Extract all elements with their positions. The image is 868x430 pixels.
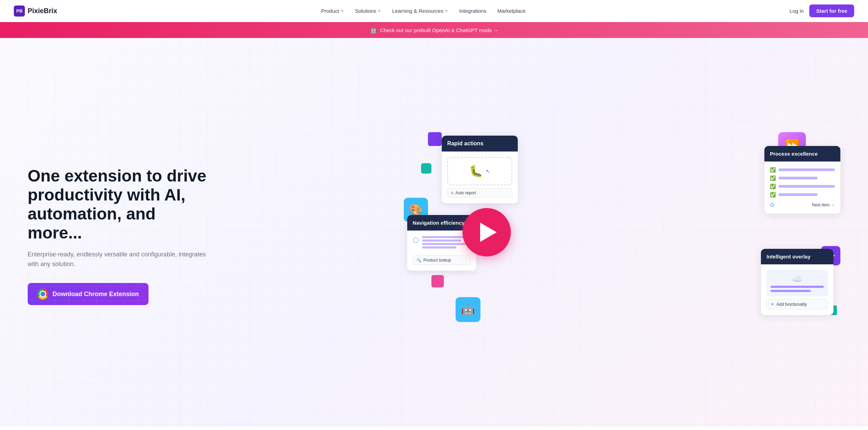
overlay-line xyxy=(771,290,811,292)
logo-link[interactable]: PB PixieBrix xyxy=(14,6,57,17)
nav-line xyxy=(422,243,466,245)
rapid-actions-title: Rapid actions xyxy=(442,136,518,152)
auto-report-tag: A Auto report xyxy=(447,188,512,198)
robot-icon: 🤖 xyxy=(461,303,475,316)
banner-icon: 🤖 xyxy=(370,26,377,34)
login-button[interactable]: Log in xyxy=(790,8,804,14)
plus-icon: ＋ xyxy=(770,301,774,307)
check-line xyxy=(779,185,835,188)
start-free-button[interactable]: Start for free xyxy=(809,4,854,17)
nav-line xyxy=(422,240,461,242)
hero-subtitle: Enterprise-ready, endlessly versatile an… xyxy=(28,250,207,270)
download-chrome-button[interactable]: Download Chrome Extension xyxy=(28,283,149,305)
chrome-icon xyxy=(37,289,48,300)
hero-section: One extension to drive productivity with… xyxy=(0,38,868,427)
next-item-row: ⊙ Next item → xyxy=(770,202,835,208)
check-icon: ✅ xyxy=(770,167,776,173)
cloud-icon: ☁️ xyxy=(771,274,824,284)
download-button-label: Download Chrome Extension xyxy=(53,291,139,298)
nav-learning[interactable]: Learning & Resources ▼ xyxy=(388,5,452,17)
check-row-4: ✅ xyxy=(770,192,835,197)
hero-title: One extension to drive productivity with… xyxy=(28,166,207,243)
process-excellence-title: Process excellence xyxy=(764,146,840,162)
chevron-down-icon: ▼ xyxy=(445,9,448,13)
check-icon: ✅ xyxy=(770,175,776,181)
logo-icon: PB xyxy=(14,6,25,17)
palette-icon: 🎨 xyxy=(409,203,423,216)
decorative-shape-bot: 🤖 xyxy=(456,297,480,322)
logo-text: PixieBrix xyxy=(28,7,57,15)
progress-icon: ⊙ xyxy=(770,202,774,208)
intelligent-overlay-card: Intelligent overlay ☁️ ＋ Add functionali… xyxy=(761,249,833,315)
decorative-shape-purple xyxy=(428,132,442,146)
hero-content: One extension to drive productivity with… xyxy=(28,166,207,305)
nav-content: ⬡ xyxy=(413,236,471,250)
check-line-short xyxy=(779,177,818,179)
intelligent-overlay-title: Intelligent overlay xyxy=(761,249,833,264)
tag-a-icon: A xyxy=(451,191,454,195)
bug-container: 🐛 ↖ xyxy=(447,157,512,185)
decorative-shape-pink xyxy=(431,275,444,287)
check-row-2: ✅ xyxy=(770,175,835,181)
overlay-content: ☁️ xyxy=(766,270,828,296)
chevron-down-icon: ▼ xyxy=(341,9,344,13)
product-lookup-tag: 🔍 Product lookup xyxy=(413,255,471,265)
chevron-down-icon: ▼ xyxy=(378,9,381,13)
nav-actions: Log in Start for free xyxy=(790,4,854,17)
cube-icon: ⬡ xyxy=(413,236,419,244)
navbar: PB PixieBrix Product ▼ Solutions ▼ Learn… xyxy=(0,0,868,22)
cursor-icon: ↖ xyxy=(486,168,490,175)
process-excellence-card: Process excellence ✅ ✅ ✅ ✅ ⊙ Next item → xyxy=(764,146,840,214)
nav-integrations[interactable]: Integrations xyxy=(455,5,490,17)
decorative-shape-teal xyxy=(421,163,431,174)
nav-solutions[interactable]: Solutions ▼ xyxy=(351,5,385,17)
bug-icon: 🐛 xyxy=(469,165,483,178)
banner-text: Check out our prebuilt OpenAI & ChatGPT … xyxy=(380,27,498,33)
play-triangle-icon xyxy=(480,223,497,242)
check-line xyxy=(779,168,835,171)
check-line-short xyxy=(779,193,818,196)
check-icon: ✅ xyxy=(770,184,776,189)
rapid-actions-card: Rapid actions 🐛 ↖ A Auto report xyxy=(442,136,518,203)
nav-product[interactable]: Product ▼ xyxy=(317,5,348,17)
play-button[interactable] xyxy=(462,208,511,256)
search-icon: 🔍 xyxy=(417,258,421,263)
add-functionality-tag: ＋ Add functionality xyxy=(766,299,828,310)
check-row-3: ✅ xyxy=(770,184,835,189)
nav-line xyxy=(422,246,456,248)
nav-links: Product ▼ Solutions ▼ Learning & Resourc… xyxy=(317,5,530,17)
nav-marketplace[interactable]: Marketplace xyxy=(493,5,530,17)
announcement-banner[interactable]: 🤖 Check out our prebuilt OpenAI & ChatGP… xyxy=(0,22,868,38)
next-item-label[interactable]: Next item → xyxy=(812,203,835,207)
overlay-line xyxy=(771,286,824,288)
hero-illustration: 🎨 ⏩ 🤖 ✨ Rapid actions 🐛 ↖ A Auto rep xyxy=(393,129,840,343)
check-icon: ✅ xyxy=(770,192,776,197)
check-row-1: ✅ xyxy=(770,167,835,173)
